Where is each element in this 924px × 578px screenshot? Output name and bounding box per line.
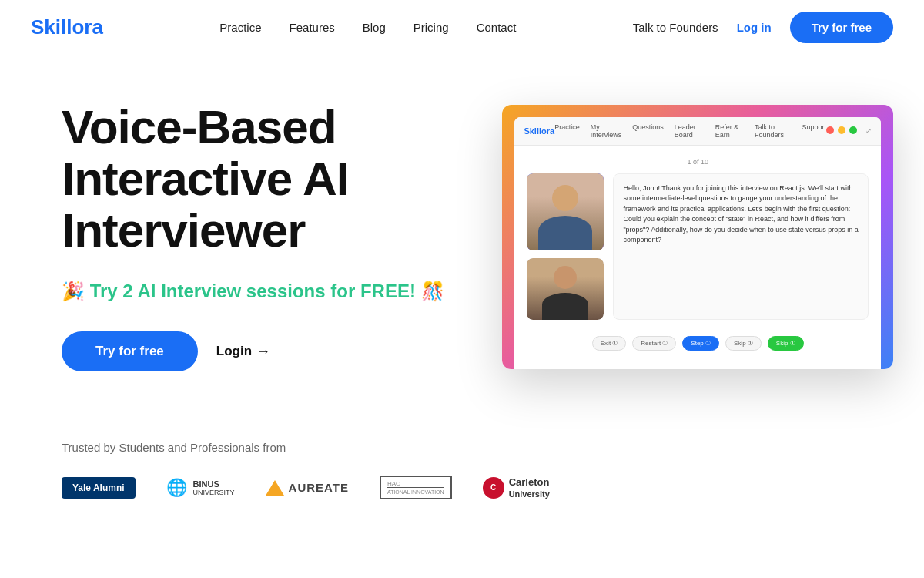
hero-section: Voice-Based Interactive AI Interviewer 🎉… (0, 55, 924, 402)
browser-nav-practice: Practice (554, 123, 580, 139)
hac-text: HAC ATIONAL INNOVATION (380, 476, 452, 499)
carleton-text: CarletonUniversity (509, 476, 550, 499)
hero-subtitle: 🎉 Try 2 AI Interview sessions for FREE! … (62, 278, 477, 304)
interviewee-avatar (527, 258, 604, 320)
nav-pricing[interactable]: Pricing (413, 21, 449, 34)
browser-nav-refer: Refer & Earn (715, 123, 744, 139)
hero-title: Voice-Based Interactive AI Interviewer (62, 102, 477, 257)
binus-text: BINUSUNIVERSITY (193, 479, 235, 496)
logo-yale: Yale Alumni (62, 477, 136, 499)
browser-nav-questions: Questions (632, 123, 664, 139)
male-interviewee-image (527, 258, 604, 320)
browser-maximize-dot (849, 126, 857, 134)
nav-talk-to-founders[interactable]: Talk to Founders (633, 21, 718, 34)
restart-button[interactable]: Restart ① (632, 336, 676, 351)
browser-nav-my-interviews: My Interviews (591, 123, 622, 139)
emoji-right: 🎊 (421, 281, 444, 301)
interviewer-avatar (527, 173, 604, 250)
navbar: Skillora Practice Features Blog Pricing … (0, 0, 924, 55)
browser-nav-talk: Talk to Founders (755, 123, 792, 139)
hero-try-button[interactable]: Try for free (62, 331, 198, 371)
browser-close-dot (826, 126, 834, 134)
question-counter: 1 of 10 (527, 158, 869, 166)
logo-carleton: C CarletonUniversity (483, 476, 550, 499)
arrow-icon: → (256, 344, 270, 360)
yale-alumni-logo: Yale Alumni (62, 477, 136, 499)
expand-icon: ⤢ (865, 126, 872, 135)
question-bubble: Hello, John! Thank you for joining this … (613, 173, 869, 320)
browser-inner-content: Skillora Practice My Interviews Question… (514, 117, 881, 369)
binus-globe-icon: 🌐 (166, 478, 187, 498)
browser-mockup: Skillora Practice My Interviews Question… (502, 105, 893, 369)
browser-window-controls: ⤢ (826, 126, 872, 135)
browser-nav-items: Practice My Interviews Questions Leader … (554, 123, 826, 139)
browser-skillora-logo: Skillora (524, 126, 554, 136)
nav-practice[interactable]: Practice (219, 21, 261, 34)
hero-login-link[interactable]: Login → (216, 344, 270, 360)
nav-login[interactable]: Log in (737, 21, 772, 34)
skip-button-2[interactable]: Skip ① (768, 336, 804, 351)
female-interviewer-image (527, 173, 604, 250)
nav-logo[interactable]: Skillora (31, 15, 103, 39)
exit-button[interactable]: Exit ① (592, 336, 627, 351)
logos-row: Yale Alumni 🌐 BINUSUNIVERSITY AUREATE HA… (62, 476, 862, 499)
emoji-left: 🎉 (62, 281, 85, 301)
hero-subtitle-text: Try 2 AI Interview sessions for FREE! (90, 281, 416, 301)
browser-topbar: Skillora Practice My Interviews Question… (514, 117, 881, 146)
nav-try-button[interactable]: Try for free (790, 12, 893, 43)
browser-minimize-dot (838, 126, 845, 134)
interview-action-bar: Exit ① Restart ① Step ① Skip ① Skip ① (527, 328, 869, 357)
nav-contact[interactable]: Contact (477, 21, 517, 34)
browser-nav-support: Support (802, 123, 826, 139)
trusted-section: Trusted by Students and Professionals fr… (0, 402, 924, 523)
carleton-badge-icon: C (483, 477, 504, 499)
logo-aureate: AUREATE (266, 480, 349, 496)
skip-button-1[interactable]: Skip ① (725, 336, 762, 351)
trusted-label: Trusted by Students and Professionals fr… (62, 441, 862, 454)
hero-cta: Try for free Login → (62, 331, 477, 371)
step-button[interactable]: Step ① (682, 336, 719, 351)
browser-gradient-chrome: Skillora Practice My Interviews Question… (502, 105, 893, 369)
interview-grid: Hello, John! Thank you for joining this … (527, 173, 869, 320)
logo-hac: HAC ATIONAL INNOVATION (380, 476, 452, 499)
aureate-text: AUREATE (289, 481, 349, 494)
hero-demo: Skillora Practice My Interviews Question… (502, 105, 893, 369)
hero-content: Voice-Based Interactive AI Interviewer 🎉… (62, 102, 477, 371)
nav-features[interactable]: Features (290, 21, 335, 34)
nav-blog[interactable]: Blog (363, 21, 386, 34)
interview-area: 1 of 10 Hello, John! Thank you for jo (514, 146, 881, 369)
aureate-triangle-icon (266, 480, 284, 496)
interviewer-column (527, 173, 604, 320)
browser-nav-leaderboard: Leader Board (675, 123, 705, 139)
logo-binus: 🌐 BINUSUNIVERSITY (166, 478, 235, 498)
